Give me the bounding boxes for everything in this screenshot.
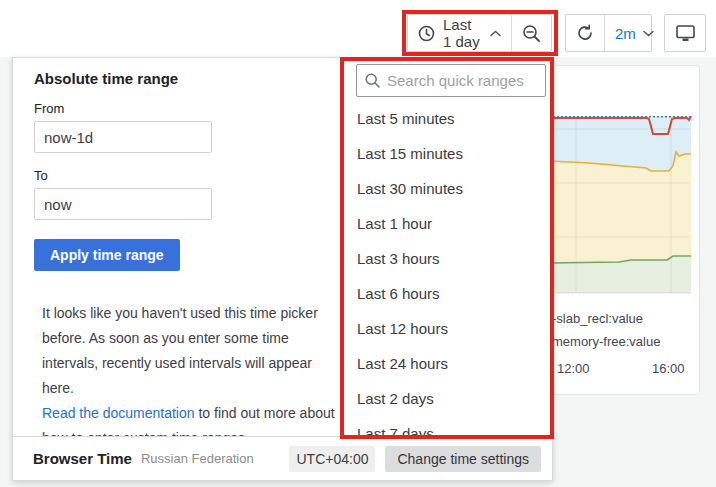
quick-range-option[interactable]: Last 3 hours bbox=[345, 241, 554, 276]
to-input[interactable] bbox=[34, 188, 212, 220]
x-axis-tick: 12:00 bbox=[557, 361, 590, 376]
absolute-time-range-section: Absolute time range From To Apply time r… bbox=[13, 58, 345, 438]
browser-time-location: Russian Federation bbox=[141, 451, 254, 466]
kiosk-group bbox=[664, 14, 706, 52]
read-documentation-link[interactable]: Read the documentation bbox=[42, 405, 195, 421]
time-picker-hint: It looks like you haven't used this time… bbox=[42, 301, 345, 451]
clock-icon bbox=[418, 25, 435, 42]
quick-range-option[interactable]: Last 15 minutes bbox=[345, 136, 554, 171]
browser-time-label: Browser Time bbox=[33, 450, 132, 467]
refresh-group: 2m bbox=[565, 14, 652, 52]
quick-range-option[interactable]: Last 6 hours bbox=[345, 276, 554, 311]
search-icon bbox=[365, 73, 380, 88]
utc-offset-badge: UTC+04:00 bbox=[289, 446, 375, 472]
time-picker-group: Last 1 day bbox=[407, 14, 552, 52]
section-title: Absolute time range bbox=[34, 70, 335, 87]
zoom-out-icon bbox=[522, 24, 541, 43]
refresh-interval-dropdown[interactable]: 2m bbox=[604, 15, 664, 51]
change-time-settings-button[interactable]: Change time settings bbox=[385, 446, 541, 472]
quick-ranges-list: Last 5 minutes Last 15 minutes Last 30 m… bbox=[345, 101, 554, 438]
quick-range-option[interactable]: Last 24 hours bbox=[345, 346, 554, 381]
quick-range-option[interactable]: Last 12 hours bbox=[345, 311, 554, 346]
time-range-dropdown: Absolute time range From To Apply time r… bbox=[12, 57, 553, 481]
time-picker-button[interactable]: Last 1 day bbox=[408, 15, 511, 51]
refresh-icon bbox=[576, 24, 594, 42]
quick-range-option[interactable]: Last 7 days bbox=[345, 416, 554, 438]
quick-range-option[interactable]: Last 1 hour bbox=[345, 206, 554, 241]
time-range-label: Last 1 day bbox=[443, 16, 480, 50]
apply-time-range-button[interactable]: Apply time range bbox=[34, 239, 180, 271]
refresh-button[interactable] bbox=[566, 15, 604, 51]
to-label: To bbox=[34, 168, 335, 183]
zoom-out-time-button[interactable] bbox=[511, 15, 551, 51]
chevron-down-icon bbox=[643, 30, 654, 37]
legend-entry[interactable]: memory-free:value bbox=[552, 334, 660, 349]
from-label: From bbox=[34, 101, 335, 116]
dashboard-panel: 12:00 16:00 -slab_recl:value memory-free… bbox=[548, 65, 700, 395]
kiosk-mode-button[interactable] bbox=[666, 15, 705, 51]
quick-ranges-section: Last 5 minutes Last 15 minutes Last 30 m… bbox=[345, 58, 554, 438]
quick-range-option[interactable]: Last 2 days bbox=[345, 381, 554, 416]
search-input[interactable] bbox=[387, 72, 537, 89]
quick-range-search bbox=[356, 64, 546, 97]
chevron-up-icon bbox=[490, 30, 501, 37]
x-axis-tick: 16:00 bbox=[652, 361, 685, 376]
quick-range-option[interactable]: Last 5 minutes bbox=[345, 101, 554, 136]
monitor-icon bbox=[676, 25, 695, 42]
hint-text: It looks like you haven't used this time… bbox=[42, 305, 318, 396]
quick-range-option[interactable]: Last 30 minutes bbox=[345, 171, 554, 206]
area-chart bbox=[549, 116, 700, 296]
legend-entry[interactable]: -slab_recl:value bbox=[552, 311, 643, 326]
from-input[interactable] bbox=[34, 121, 212, 153]
refresh-interval-value: 2m bbox=[615, 25, 636, 42]
time-zone-footer: Browser Time Russian Federation UTC+04:0… bbox=[13, 436, 552, 480]
